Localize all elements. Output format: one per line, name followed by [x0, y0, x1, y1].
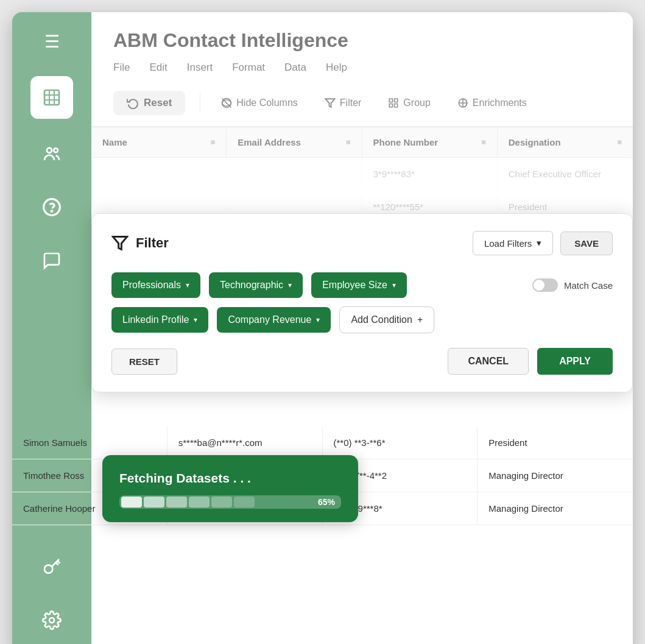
menu-data[interactable]: Data [284, 60, 306, 75]
svg-marker-16 [325, 99, 334, 107]
sidebar-item-settings[interactable] [30, 599, 73, 642]
svg-line-11 [57, 561, 60, 564]
filter-title-group: Filter [111, 235, 169, 252]
filter-modal-title: Filter [136, 235, 169, 251]
group-icon [388, 97, 399, 108]
th-phone-menu-icon[interactable]: ≡ [481, 138, 486, 147]
filter-button[interactable]: Filter [319, 94, 368, 112]
sidebar-hamburger-icon[interactable]: ☰ [37, 24, 67, 59]
svg-rect-0 [44, 90, 59, 105]
chip-employee-size-arrow: ▾ [392, 281, 396, 289]
sidebar-item-users[interactable] [30, 132, 73, 175]
add-condition-plus-icon: + [417, 314, 423, 325]
th-email-menu-icon[interactable]: ≡ [346, 138, 351, 147]
svg-rect-20 [395, 104, 398, 107]
chip-company-revenue-arrow: ▾ [316, 316, 320, 324]
filter-cancel-button[interactable]: CANCEL [448, 348, 529, 375]
filter-modal-icon [111, 235, 129, 252]
page-title: ABM Contact Intelligence [113, 29, 611, 52]
hide-columns-icon [221, 97, 232, 108]
sidebar: ☰ [12, 12, 91, 644]
load-filters-chevron-icon: ▾ [537, 238, 541, 249]
menu-insert[interactable]: Insert [187, 60, 213, 75]
menu-format[interactable]: Format [232, 60, 265, 75]
menu-file[interactable]: File [113, 60, 130, 75]
filter-footer-right: CANCEL APPLY [448, 348, 613, 375]
hide-columns-button[interactable]: Hide Columns [215, 94, 303, 112]
th-name: Name ≡ [91, 127, 227, 157]
filter-modal: Filter Load Filters ▾ SAVE Professionals… [91, 213, 633, 392]
enrichments-icon [457, 97, 468, 108]
svg-point-13 [49, 618, 54, 623]
svg-rect-18 [395, 99, 398, 102]
svg-point-6 [54, 148, 58, 152]
filter-reset-button[interactable]: RESET [111, 349, 177, 375]
sidebar-item-spreadsheet[interactable] [30, 76, 73, 119]
svg-rect-19 [390, 104, 393, 107]
match-case-label: Match Case [564, 280, 613, 291]
svg-rect-17 [390, 99, 393, 102]
filter-apply-button[interactable]: APPLY [537, 348, 613, 375]
td-designation: Chief Executive Officer [498, 158, 633, 190]
menu-help[interactable]: Help [326, 60, 347, 75]
filter-chip-linkedin-profile[interactable]: Linkedin Profile ▾ [111, 307, 208, 333]
filter-footer: RESET CANCEL APPLY [111, 348, 613, 375]
svg-marker-24 [113, 237, 127, 250]
load-filters-button[interactable]: Load Filters ▾ [473, 231, 553, 255]
reset-icon [127, 97, 139, 109]
chip-linkedin-arrow: ▾ [194, 316, 197, 324]
header: ABM Contact Intelligence File Edit Inser… [91, 12, 633, 126]
match-case-group: Match Case [532, 278, 613, 292]
chip-technographic-arrow: ▾ [288, 281, 292, 289]
menu-edit[interactable]: Edit [149, 60, 167, 75]
filter-actions: Load Filters ▾ SAVE [473, 231, 613, 255]
toolbar: Reset Hide Columns Filter [113, 86, 611, 120]
svg-point-5 [47, 148, 52, 153]
filter-chip-technographic[interactable]: Technographic ▾ [209, 272, 303, 298]
group-button[interactable]: Group [382, 94, 436, 112]
td-name [91, 158, 227, 190]
sidebar-item-key[interactable] [30, 545, 73, 588]
filter-chip-professionals[interactable]: Professionals ▾ [111, 272, 200, 298]
filter-chips-row-2: Linkedin Profile ▾ Company Revenue ▾ Add… [111, 306, 613, 333]
sidebar-item-help[interactable] [30, 186, 73, 228]
th-designation-menu-icon[interactable]: ≡ [617, 138, 622, 147]
svg-line-12 [56, 562, 58, 565]
enrichments-button[interactable]: Enrichments [451, 94, 533, 112]
add-condition-button[interactable]: Add Condition + [339, 306, 434, 333]
chip-professionals-arrow: ▾ [186, 281, 189, 289]
table-header: Name ≡ Email Address ≡ Phone Number ≡ De… [91, 126, 633, 158]
sidebar-item-chat[interactable] [30, 239, 73, 282]
menu-bar: File Edit Insert Format Data Help [113, 60, 611, 75]
reset-button[interactable]: Reset [113, 91, 185, 115]
filter-chip-company-revenue[interactable]: Company Revenue ▾ [217, 307, 331, 333]
filter-icon [325, 97, 336, 108]
filter-chip-employee-size[interactable]: Employee Size ▾ [311, 272, 407, 298]
toolbar-separator [200, 93, 200, 113]
td-email [227, 158, 362, 190]
filter-save-button[interactable]: SAVE [560, 232, 613, 255]
th-name-menu-icon[interactable]: ≡ [211, 138, 216, 147]
filter-header: Filter Load Filters ▾ SAVE [111, 231, 613, 255]
match-case-toggle[interactable] [532, 278, 558, 292]
table-row: 3*9****83* Chief Executive Officer [91, 158, 633, 191]
filter-chips-row-1: Professionals ▾ Technographic ▾ Employee… [111, 272, 613, 298]
th-email: Email Address ≡ [227, 127, 362, 157]
td-phone: 3*9****83* [362, 158, 498, 190]
svg-point-8 [51, 211, 52, 211]
th-phone: Phone Number ≡ [362, 127, 498, 157]
th-designation: Designation ≡ [498, 127, 633, 157]
